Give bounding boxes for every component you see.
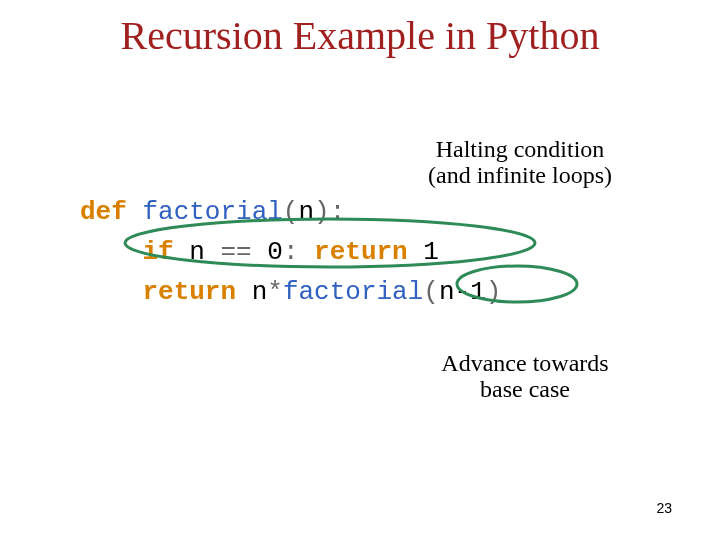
code-block: def factorial(n): if n == 0: return 1 re… — [80, 192, 501, 312]
cond-rhs: 0 — [252, 237, 283, 267]
keyword-return: return — [314, 237, 408, 267]
annotation-halting-condition: Halting condition(and infinite loops) — [390, 136, 650, 189]
function-name: factorial — [142, 197, 282, 227]
keyword-if: if — [142, 237, 173, 267]
colon: : — [330, 197, 346, 227]
return-val-1: 1 — [408, 237, 439, 267]
paren-close: ) — [314, 197, 330, 227]
keyword-return: return — [142, 277, 236, 307]
annotation-advance-base-case: Advance towardsbase case — [400, 350, 650, 403]
op-star: * — [267, 277, 283, 307]
function-call: factorial — [283, 277, 423, 307]
paren-close: ) — [486, 277, 502, 307]
paren-open: ( — [283, 197, 299, 227]
slide-title: Recursion Example in Python — [0, 12, 720, 59]
arg-n: n — [298, 197, 314, 227]
page-number: 23 — [656, 500, 672, 516]
op-eq: == — [220, 237, 251, 267]
expr-n: n — [236, 277, 267, 307]
keyword-def: def — [80, 197, 127, 227]
colon: : — [283, 237, 299, 267]
arg-n-minus-1: n-1 — [439, 277, 486, 307]
paren-open: ( — [423, 277, 439, 307]
cond-lhs: n — [174, 237, 221, 267]
